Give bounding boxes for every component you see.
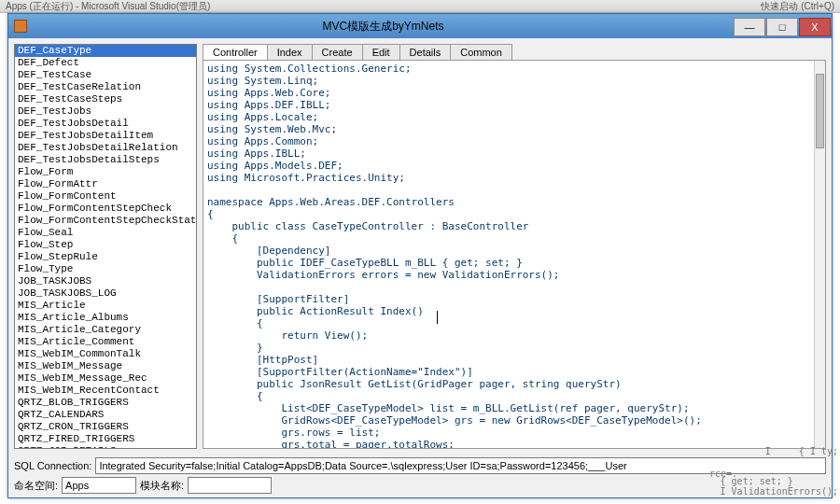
list-item[interactable]: DEF_TestJobs: [15, 105, 196, 118]
list-item[interactable]: DEF_TestJobsDetail: [15, 118, 196, 130]
maximize-button[interactable]: □: [766, 18, 798, 36]
code-scrollbar[interactable]: [814, 61, 825, 448]
list-item[interactable]: Flow_Seal: [15, 227, 196, 239]
close-button[interactable]: X: [799, 18, 831, 36]
namespace-label: 命名空间:: [14, 479, 58, 493]
tab-common[interactable]: Common: [450, 44, 512, 60]
list-item[interactable]: Flow_FormContentStepCheckState: [15, 215, 196, 227]
list-item[interactable]: DEF_Defect: [15, 57, 196, 69]
sql-connection-input[interactable]: [95, 457, 826, 474]
list-item[interactable]: Flow_FormContent: [15, 190, 196, 203]
list-item[interactable]: MIS_Article_Albums: [15, 312, 196, 324]
vs-quicklaunch: 快速启动 (Ctrl+Q): [761, 0, 834, 13]
list-item[interactable]: QRTZ_CALENDARS: [15, 409, 196, 421]
list-item[interactable]: Flow_Step: [15, 239, 196, 251]
list-item[interactable]: JOB_TASKJOBS: [15, 275, 196, 287]
window-titlebar[interactable]: MVC模版生成byYmNets — □ X: [8, 14, 832, 38]
tab-controller[interactable]: Controller: [203, 44, 268, 60]
tab-index[interactable]: Index: [267, 44, 313, 60]
list-item[interactable]: DEF_CaseType: [15, 45, 196, 57]
list-item[interactable]: DEF_TestJobsDetailRelation: [15, 142, 196, 154]
list-item[interactable]: MIS_WebIM_Message_Rec: [15, 372, 196, 385]
list-item[interactable]: DEF_TestCaseSteps: [15, 93, 196, 105]
list-item[interactable]: DEF_TestCaseRelation: [15, 81, 196, 93]
list-item[interactable]: QRTZ_FIRED_TRIGGERS: [15, 433, 196, 445]
list-item[interactable]: MIS_WebIM_Message: [15, 360, 196, 372]
minimize-button[interactable]: —: [734, 18, 765, 36]
list-item[interactable]: DEF_TestCase: [15, 69, 196, 81]
list-item[interactable]: MIS_WebIM_CommonTalk: [15, 348, 196, 360]
window-title: MVC模版生成byYmNets: [33, 19, 734, 35]
module-name-input[interactable]: [188, 477, 272, 494]
list-item[interactable]: MIS_Article_Comment: [15, 336, 196, 348]
sql-connection-label: SQL Connection:: [14, 460, 91, 471]
tab-create[interactable]: Create: [312, 44, 363, 60]
list-item[interactable]: MIS_WebIM_RecentContact: [15, 385, 196, 397]
tab-details[interactable]: Details: [399, 44, 452, 60]
scrollbar-thumb[interactable]: [816, 74, 824, 148]
list-item[interactable]: QRTZ_CRON_TRIGGERS: [15, 421, 196, 433]
list-item[interactable]: Flow_StepRule: [15, 251, 196, 263]
text-caret: [437, 311, 438, 324]
list-item[interactable]: Flow_FormAttr: [15, 178, 196, 190]
table-listbox[interactable]: DEF_CaseTypeDEF_DefectDEF_TestCaseDEF_Te…: [14, 44, 197, 449]
footer-panel: SQL Connection: 命名空间: 模块名称:: [14, 455, 826, 494]
list-item[interactable]: MIS_Article_Category: [15, 324, 196, 336]
namespace-input[interactable]: [62, 477, 136, 494]
vs-title: Apps (正在运行) - Microsoft Visual Studio(管理…: [6, 1, 210, 11]
code-content: using System.Collections.Generic; using …: [203, 61, 825, 449]
list-item[interactable]: Flow_FormContentStepCheck: [15, 203, 196, 215]
list-item[interactable]: QRTZ_JOB_DETAILS: [15, 445, 196, 449]
list-item[interactable]: JOB_TASKJOBS_LOG: [15, 287, 196, 300]
list-item[interactable]: MIS_Article: [15, 300, 196, 312]
list-item[interactable]: Flow_Type: [15, 263, 196, 275]
tool-window: MVC模版生成byYmNets — □ X DEF_CaseTypeDEF_De…: [7, 13, 833, 498]
tab-edit[interactable]: Edit: [362, 44, 400, 60]
code-editor[interactable]: using System.Collections.Generic; using …: [203, 60, 826, 449]
app-icon: [14, 20, 27, 33]
list-item[interactable]: QRTZ_BLOB_TRIGGERS: [15, 397, 196, 409]
list-item[interactable]: Flow_Form: [15, 166, 196, 178]
module-name-label: 模块名称:: [140, 479, 184, 493]
list-item[interactable]: DEF_TestJobsDetailItem: [15, 130, 196, 142]
list-item[interactable]: DEF_TestJobsDetailSteps: [15, 154, 196, 166]
tab-strip: ControllerIndexCreateEditDetailsCommon: [203, 44, 826, 60]
